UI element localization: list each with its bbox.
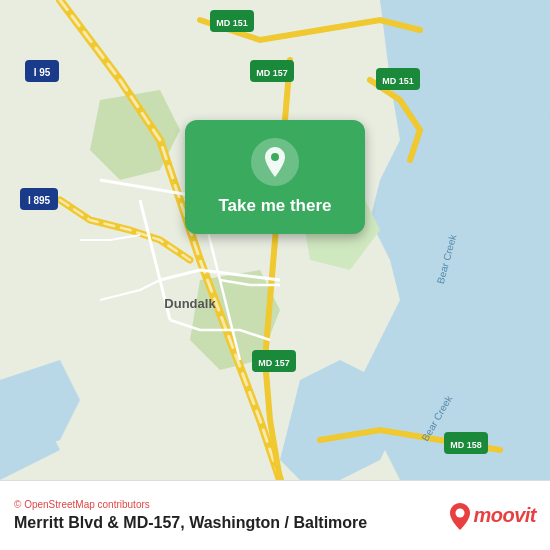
svg-point-19	[456, 508, 465, 517]
copyright-symbol: ©	[14, 499, 21, 510]
openstreetmap-link[interactable]: OpenStreetMap	[24, 499, 95, 510]
svg-text:MD 157: MD 157	[256, 68, 288, 78]
svg-text:Dundalk: Dundalk	[164, 296, 216, 311]
svg-text:I 95: I 95	[34, 67, 51, 78]
button-overlay: Take me there	[185, 120, 365, 234]
svg-text:MD 151: MD 151	[382, 76, 414, 86]
map-background: I 95 I 895 MD 151 MD 151 MD 157 MD 157 M…	[0, 0, 550, 480]
svg-text:MD 151: MD 151	[216, 18, 248, 28]
moovit-logo: moovit	[449, 502, 536, 530]
svg-text:I 895: I 895	[28, 195, 51, 206]
bottom-bar: © OpenStreetMap contributors Merritt Blv…	[0, 480, 550, 550]
contributors-text: contributors	[98, 499, 150, 510]
svg-text:MD 157: MD 157	[258, 358, 290, 368]
take-me-there-button[interactable]: Take me there	[218, 196, 331, 216]
svg-text:MD 158: MD 158	[450, 440, 482, 450]
moovit-pin-icon	[449, 502, 471, 530]
moovit-logo-text: moovit	[473, 504, 536, 527]
take-me-there-card[interactable]: Take me there	[185, 120, 365, 234]
location-icon-wrap	[251, 138, 299, 186]
map-container: I 95 I 895 MD 151 MD 151 MD 157 MD 157 M…	[0, 0, 550, 480]
svg-point-18	[271, 153, 279, 161]
location-pin-icon	[261, 146, 289, 178]
